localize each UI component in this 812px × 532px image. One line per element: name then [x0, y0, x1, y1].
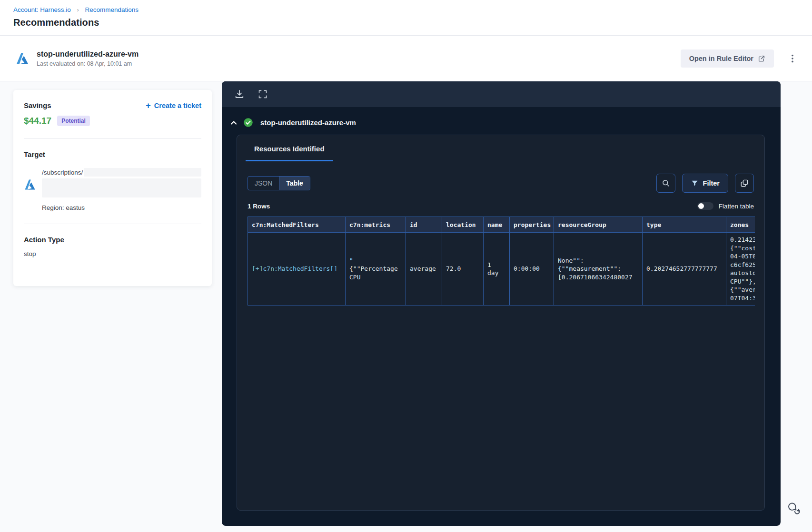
target-path-text: /subscriptions/ [42, 169, 83, 176]
target-resource-path: /subscriptions/ Region: eastus [42, 168, 201, 211]
column-header-c7n-MatchedFilters: c7n:MatchedFilters [248, 217, 346, 233]
evaluation-results-panel: stop-underutilized-azure-vm Resources Id… [222, 81, 781, 526]
download-button[interactable] [234, 89, 245, 99]
resources-table: c7n:MatchedFiltersc7n:metricsidlocationn… [248, 217, 755, 305]
redacted-path-segment [84, 168, 201, 177]
table-cell-c7n-metrics: " {""Percentage CPU [346, 233, 406, 305]
top-header: Account: Harness.io › Recommendations Re… [0, 0, 812, 36]
breadcrumb: Account: Harness.io › Recommendations [13, 6, 812, 13]
divider [24, 138, 201, 139]
action-type-value: stop [24, 250, 201, 257]
column-header-name: name [484, 217, 510, 233]
main-content: Savings + Create a ticket $44.17 Potenti… [0, 81, 812, 532]
column-header-type: type [643, 217, 726, 233]
savings-label: Savings [24, 101, 51, 109]
column-header-resourceGroup: resourceGroup [554, 217, 643, 233]
table-cell-resourceGroup: None"": {""measurement"": [0.20671066342… [554, 233, 643, 305]
action-type-label: Action Type [24, 236, 201, 244]
flatten-table-label: Flatten table [719, 203, 754, 210]
rule-result-header: stop-underutilized-azure-vm [222, 107, 781, 135]
plus-icon: + [146, 101, 151, 110]
filter-label: Filter [703, 179, 720, 187]
breadcrumb-current-link[interactable]: Recommendations [85, 6, 139, 13]
table-cell-zones: 0.21423 {""cost 04-05T0 c6cf625 autosto … [726, 233, 755, 305]
header-actions: Open in Rule Editor [681, 49, 799, 68]
open-rule-editor-label: Open in Rule Editor [689, 55, 753, 62]
breadcrumb-account-link[interactable]: Account: Harness.io [13, 6, 71, 13]
table-cell-type: 0.20274652777777777 [643, 233, 726, 305]
table-cell-location: 72.0 [442, 233, 484, 305]
copy-icon [740, 178, 749, 188]
savings-potential-badge: Potential [57, 116, 90, 126]
azure-logo [15, 51, 30, 66]
external-link-icon [758, 55, 765, 62]
fullscreen-button[interactable] [258, 89, 267, 99]
column-header-location: location [442, 217, 484, 233]
table-cell-name: 1 day [484, 233, 510, 305]
open-rule-editor-button[interactable]: Open in Rule Editor [681, 49, 774, 68]
flatten-table-toggle[interactable] [697, 202, 713, 210]
redacted-resource-name [42, 178, 201, 197]
chat-bubbles-icon [786, 501, 801, 516]
savings-amount: $44.17 [24, 116, 51, 126]
expand-matched-filters-link[interactable]: [+]c7n:MatchedFilters[] [248, 233, 346, 305]
resources-table-wrapper: c7n:MatchedFiltersc7n:metricsidlocationn… [248, 217, 755, 305]
column-header-id: id [406, 217, 442, 233]
table-cell-properties: 0:00:00 [510, 233, 554, 305]
table-controls: JSON Table Filter [248, 174, 754, 193]
panel-toolbar [222, 81, 781, 107]
copy-button[interactable] [735, 174, 754, 193]
fullscreen-icon [258, 89, 267, 99]
collapse-chevron-icon[interactable] [230, 120, 237, 125]
azure-target-icon [24, 178, 36, 191]
breadcrumb-separator-icon: › [77, 7, 79, 13]
support-chat-button[interactable] [783, 501, 800, 518]
create-ticket-link[interactable]: + Create a ticket [146, 101, 201, 110]
target-region: Region: eastus [42, 204, 201, 211]
resources-card: Resources Identified JSON Table [237, 135, 765, 511]
table-body: [+]c7n:MatchedFilters[]" {""Percentage C… [248, 233, 755, 305]
filter-funnel-icon [691, 179, 699, 187]
last-evaluated-text: Last evaluated on: 08 Apr, 10:01 am [37, 60, 139, 67]
recommendation-details-card: Savings + Create a ticket $44.17 Potenti… [13, 90, 212, 286]
table-header-row: c7n:MatchedFiltersc7n:metricsidlocationn… [248, 217, 755, 233]
rule-result-title: stop-underutilized-azure-vm [260, 118, 356, 127]
divider [24, 224, 201, 224]
column-header-c7n-metrics: c7n:metrics [346, 217, 406, 233]
success-check-icon [243, 118, 253, 128]
recommendation-header: stop-underutilized-azure-vm Last evaluat… [0, 36, 812, 81]
view-mode-toggle: JSON Table [248, 176, 310, 190]
kebab-menu-icon [787, 52, 798, 65]
search-button[interactable] [656, 174, 675, 193]
table-meta-row: 1 Rows Flatten table [248, 202, 754, 210]
recommendation-info: stop-underutilized-azure-vm Last evaluat… [37, 50, 139, 67]
search-icon [661, 178, 671, 188]
table-row: [+]c7n:MatchedFilters[]" {""Percentage C… [248, 233, 755, 305]
target-label: Target [24, 150, 201, 158]
more-options-button[interactable] [786, 51, 799, 66]
page-title: Recommendations [13, 17, 812, 28]
tab-resources-identified[interactable]: Resources Identified [246, 145, 333, 161]
recommendation-name: stop-underutilized-azure-vm [37, 50, 139, 59]
view-json-button[interactable]: JSON [248, 177, 279, 190]
table-cell-id: average [406, 233, 442, 305]
download-icon [234, 89, 245, 99]
column-header-zones: zones [726, 217, 755, 233]
rows-count: 1 Rows [248, 203, 270, 210]
column-header-properties: properties [510, 217, 554, 233]
filter-button[interactable]: Filter [682, 174, 728, 193]
create-ticket-label: Create a ticket [154, 102, 201, 109]
view-table-button[interactable]: Table [279, 177, 310, 190]
